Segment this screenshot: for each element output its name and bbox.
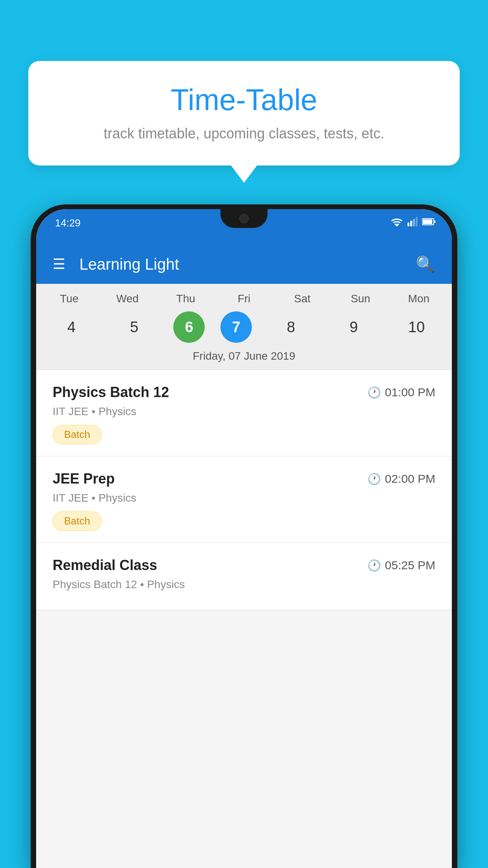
batch-badge-1: Batch <box>53 425 102 444</box>
day-8[interactable]: 8 <box>268 311 315 343</box>
clock-icon-1: 🕐 <box>367 386 381 399</box>
phone-screen: 14:29 <box>36 209 452 868</box>
day-label-wed: Wed <box>104 292 151 305</box>
day-label-mon: Mon <box>395 292 442 305</box>
day-9[interactable]: 9 <box>330 311 377 343</box>
wifi-icon <box>391 217 403 226</box>
schedule-item-3[interactable]: Remedial Class 🕐 05:25 PM Physics Batch … <box>36 543 452 610</box>
front-camera <box>239 214 249 223</box>
svg-rect-2 <box>413 219 415 226</box>
schedule-item-2-title: JEE Prep <box>53 471 115 487</box>
svg-rect-5 <box>423 219 432 224</box>
day-label-tue: Tue <box>46 292 93 305</box>
schedule-item-2-subtitle: IIT JEE • Physics <box>53 492 435 504</box>
signal-icon <box>407 216 418 227</box>
schedule-item-3-subtitle: Physics Batch 12 • Physics <box>53 578 435 591</box>
tooltip-title: Time-Table <box>52 83 436 117</box>
schedule-item-2[interactable]: JEE Prep 🕐 02:00 PM IIT JEE • Physics Ba… <box>36 456 452 543</box>
day-6-today[interactable]: 6 <box>173 311 205 343</box>
calendar-days-header: Tue Wed Thu Fri Sat Sun Mon <box>36 292 452 305</box>
day-label-sat: Sat <box>279 292 326 305</box>
schedule-item-1[interactable]: Physics Batch 12 🕐 01:00 PM IIT JEE • Ph… <box>36 370 452 456</box>
svg-rect-0 <box>407 223 409 226</box>
svg-rect-6 <box>434 221 435 223</box>
status-bar: 14:29 <box>36 209 452 245</box>
schedule-item-2-time: 🕐 02:00 PM <box>367 472 435 485</box>
calendar-days-numbers: 4 5 6 7 8 9 10 <box>36 311 452 343</box>
day-4[interactable]: 4 <box>48 311 95 343</box>
svg-rect-1 <box>410 221 412 226</box>
schedule-item-2-header: JEE Prep 🕐 02:00 PM <box>53 471 435 487</box>
clock-icon-3: 🕐 <box>367 559 381 572</box>
schedule-item-1-header: Physics Batch 12 🕐 01:00 PM <box>53 384 435 401</box>
tooltip-subtitle: track timetable, upcoming classes, tests… <box>52 125 436 142</box>
day-10[interactable]: 10 <box>393 311 440 343</box>
day-label-thu: Thu <box>162 292 209 305</box>
tooltip-card: Time-Table track timetable, upcoming cla… <box>28 61 460 166</box>
app-title: Learning Light <box>79 256 402 273</box>
search-icon[interactable]: 🔍 <box>416 255 435 274</box>
schedule-item-1-subtitle: IIT JEE • Physics <box>53 405 435 418</box>
day-label-fri: Fri <box>220 292 268 305</box>
schedule-list: Physics Batch 12 🕐 01:00 PM IIT JEE • Ph… <box>36 370 452 610</box>
day-7-selected[interactable]: 7 <box>220 311 252 343</box>
schedule-item-3-header: Remedial Class 🕐 05:25 PM <box>53 557 435 574</box>
selected-date-label: Friday, 07 June 2019 <box>36 350 452 370</box>
schedule-item-1-time: 🕐 01:00 PM <box>367 386 435 399</box>
batch-badge-2: Batch <box>53 511 102 531</box>
calendar-strip: Tue Wed Thu Fri Sat Sun Mon 4 5 6 7 8 9 … <box>36 284 452 370</box>
menu-icon[interactable]: ☰ <box>53 257 65 271</box>
status-time: 14:29 <box>55 217 81 229</box>
status-icons <box>391 216 436 227</box>
schedule-item-1-title: Physics Batch 12 <box>53 384 169 401</box>
day-label-sun: Sun <box>337 292 384 305</box>
phone-frame: 14:29 <box>31 204 457 868</box>
svg-rect-3 <box>416 217 418 226</box>
battery-icon <box>422 217 436 226</box>
day-5[interactable]: 5 <box>111 311 158 343</box>
app-toolbar: ☰ Learning Light 🔍 <box>36 245 452 284</box>
clock-icon-2: 🕐 <box>367 473 381 485</box>
schedule-item-3-title: Remedial Class <box>53 557 157 574</box>
schedule-item-3-time: 🕐 05:25 PM <box>367 559 435 572</box>
notch-cutout <box>220 209 268 228</box>
